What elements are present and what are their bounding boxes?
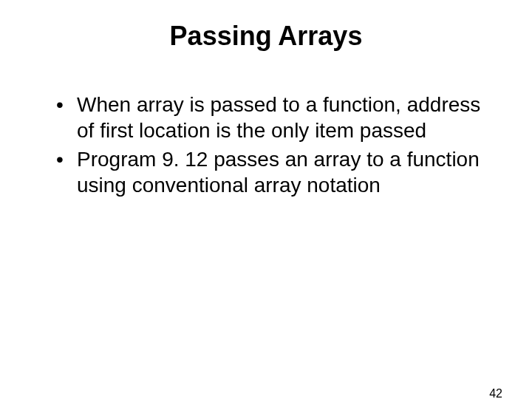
page-number: 42 bbox=[489, 387, 502, 399]
slide: Passing Arrays When array is passed to a… bbox=[0, 21, 532, 399]
slide-title: Passing Arrays bbox=[0, 21, 532, 52]
slide-content: When array is passed to a function, addr… bbox=[0, 92, 532, 198]
bullet-list: When array is passed to a function, addr… bbox=[52, 92, 495, 198]
list-item: Program 9. 12 passes an array to a funct… bbox=[52, 146, 495, 198]
list-item: When array is passed to a function, addr… bbox=[52, 92, 495, 143]
